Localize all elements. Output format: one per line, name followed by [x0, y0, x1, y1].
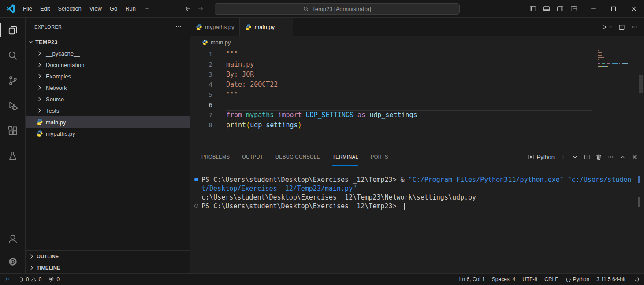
- tree-item-label: Tests: [46, 107, 59, 114]
- command-center-search[interactable]: Temp23 [Administrator]: [215, 3, 460, 15]
- menu-overflow[interactable]: [140, 3, 154, 15]
- activity-bar: [0, 18, 26, 273]
- code-line-7[interactable]: 7from mypaths import UDP_SETTINGS as udp…: [190, 110, 644, 120]
- code-line-1[interactable]: 1""": [190, 49, 644, 59]
- bottom-panel: PROBLEMSOUTPUTDEBUG CONSOLETERMINALPORTS…: [190, 148, 644, 273]
- command-decoration-success[interactable]: [194, 178, 198, 181]
- ports-status[interactable]: 0: [45, 274, 63, 285]
- tree-item-Tests[interactable]: Tests: [26, 105, 190, 116]
- tab-mypaths.py[interactable]: mypaths.py: [190, 18, 240, 36]
- kill-terminal-button[interactable]: [596, 154, 602, 160]
- activity-settings[interactable]: [0, 250, 25, 273]
- panel-tab-ports[interactable]: PORTS: [371, 148, 388, 166]
- terminal-view[interactable]: PS C:\Users\student\Desktop\Exercises _1…: [190, 166, 644, 273]
- toggle-panel-icon[interactable]: [541, 4, 552, 14]
- tree-item-main.py[interactable]: main.py: [26, 116, 190, 128]
- status-cursor-position[interactable]: Ln 6, Col 1: [456, 274, 488, 285]
- activity-explorer[interactable]: [0, 18, 25, 43]
- maximize-button[interactable]: [603, 0, 624, 18]
- close-panel-button[interactable]: [631, 154, 638, 160]
- toggle-primary-sidebar-icon[interactable]: [528, 4, 538, 14]
- activity-search[interactable]: [0, 43, 25, 68]
- chevron-right-icon: [36, 50, 43, 57]
- menu-selection[interactable]: Selection: [54, 3, 85, 15]
- editor-scrollbar[interactable]: [638, 48, 644, 148]
- customize-layout-icon[interactable]: [569, 4, 579, 14]
- tree-item-Documentation[interactable]: Documentation: [26, 59, 190, 70]
- breadcrumb[interactable]: main.py: [190, 36, 644, 48]
- back-icon[interactable]: [184, 5, 191, 12]
- tree-item-mypaths.py[interactable]: mypaths.py: [26, 128, 190, 139]
- outline-section[interactable]: OUTLINE: [26, 250, 190, 262]
- status-encoding[interactable]: UTF-8: [519, 274, 541, 285]
- menu-run[interactable]: Run: [121, 3, 140, 15]
- status-language-mode[interactable]: {}Python: [562, 274, 593, 285]
- status-label: Python: [573, 276, 589, 282]
- menu-edit[interactable]: Edit: [36, 3, 54, 15]
- menu-view[interactable]: View: [86, 3, 106, 15]
- chevron-down-icon: [27, 38, 34, 45]
- python-icon: [36, 118, 43, 126]
- editor-more-actions-icon[interactable]: [631, 24, 637, 30]
- panel-tab-output[interactable]: OUTPUT: [242, 148, 263, 166]
- tree-item-Examples[interactable]: Examples: [26, 70, 190, 82]
- status-interpreter[interactable]: 3.11.5 64-bit: [593, 274, 629, 285]
- remote-indicator[interactable]: [0, 277, 15, 282]
- code-line-8[interactable]: 8print(udp_settings): [190, 120, 644, 130]
- code-line-6[interactable]: 6: [190, 100, 644, 110]
- code-line-3[interactable]: 3By: JOR: [190, 70, 644, 80]
- panel-tab-problems[interactable]: PROBLEMS: [201, 148, 230, 166]
- panel-more-actions-icon[interactable]: [607, 154, 614, 160]
- menu-file[interactable]: File: [19, 3, 36, 15]
- command-decoration-pending[interactable]: [194, 204, 198, 208]
- scrollbar-thumb[interactable]: [639, 75, 643, 93]
- status-indentation[interactable]: Spaces: 4: [488, 274, 519, 285]
- menu-go[interactable]: Go: [106, 3, 121, 15]
- notifications-bell[interactable]: [631, 274, 644, 285]
- split-editor-button[interactable]: [618, 24, 625, 30]
- explorer-more-actions-icon[interactable]: [175, 23, 182, 30]
- panel-tab-terminal[interactable]: TERMINAL: [332, 148, 358, 166]
- panel-tab-debug-console[interactable]: DEBUG CONSOLE: [275, 148, 320, 166]
- tree-root-temp23[interactable]: TEMP23: [26, 36, 190, 48]
- code-line-5[interactable]: 5""": [190, 90, 644, 100]
- braces-icon: {}: [566, 277, 571, 282]
- activity-run-debug[interactable]: [0, 93, 25, 118]
- timeline-section[interactable]: TIMELINE: [26, 262, 190, 273]
- activity-accounts[interactable]: [0, 227, 25, 250]
- activity-testing[interactable]: [0, 143, 25, 168]
- tree-item-Source[interactable]: Source: [26, 93, 190, 105]
- minimize-button[interactable]: [583, 0, 603, 18]
- problems-status[interactable]: 0 0: [15, 274, 45, 285]
- minimap[interactable]: [598, 50, 638, 68]
- code-editor[interactable]: 1"""2main.py3By: JOR4Date: 20OCT225"""67…: [190, 48, 644, 148]
- status-right-items: Ln 6, Col 1Spaces: 4UTF-8CRLF{}Python3.1…: [456, 274, 631, 285]
- menu-bar: FileEditSelectionViewGoRun: [19, 3, 154, 15]
- code-line-2[interactable]: 2main.py: [190, 59, 644, 70]
- new-terminal-dropdown-icon[interactable]: [572, 154, 578, 160]
- terminal-profile-button[interactable]: Python: [528, 154, 555, 160]
- status-bar: 0 0 0 Ln 6, Col 1Spaces: 4UTF-8CRLF{}Pyt…: [0, 273, 644, 285]
- status-label: Spaces: 4: [492, 276, 515, 282]
- activity-source-control[interactable]: [0, 68, 25, 93]
- code-line-4[interactable]: 4Date: 20OCT22: [190, 80, 644, 90]
- run-button[interactable]: [601, 24, 613, 30]
- chevron-right-icon: [28, 253, 35, 260]
- maximize-panel-button[interactable]: [619, 154, 626, 160]
- panel-bar: PROBLEMSOUTPUTDEBUG CONSOLETERMINALPORTS…: [190, 148, 644, 166]
- status-eol[interactable]: CRLF: [541, 274, 562, 285]
- error-count: 0: [26, 276, 29, 282]
- new-terminal-button[interactable]: [560, 154, 566, 160]
- tab-main.py[interactable]: main.py: [240, 18, 293, 36]
- split-terminal-button[interactable]: [584, 154, 590, 160]
- forward-icon[interactable]: [197, 5, 204, 12]
- close-icon[interactable]: [282, 24, 287, 30]
- line-number: 3: [190, 70, 212, 80]
- tree-item-Network[interactable]: Network: [26, 82, 190, 93]
- search-text: Temp23 [Administrator]: [312, 6, 371, 12]
- tree-item-__pycache__[interactable]: __pycache__: [26, 48, 190, 59]
- activity-extensions[interactable]: [0, 118, 25, 143]
- close-window-button[interactable]: [624, 0, 644, 18]
- warning-count: 0: [39, 276, 42, 282]
- toggle-secondary-sidebar-icon[interactable]: [555, 4, 566, 14]
